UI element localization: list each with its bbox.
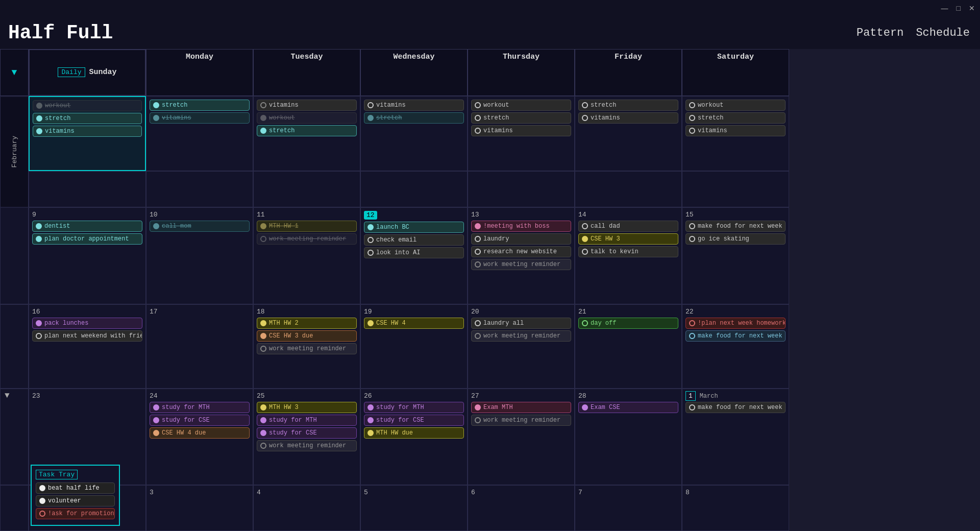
task-workout-daily[interactable]: workout: [33, 100, 142, 111]
task-workout-tue[interactable]: workout: [257, 112, 357, 124]
task-vitamins-wed[interactable]: vitamins: [364, 100, 464, 111]
task-cse-hw4-due[interactable]: CSE HW 4 due: [150, 427, 250, 439]
day-11-num: 11: [257, 211, 357, 219]
task-make-food-march[interactable]: make food for next week: [685, 402, 786, 413]
saturday-header: Saturday: [682, 49, 789, 96]
task-make-food-22[interactable]: make food for next week: [685, 330, 786, 342]
task-laundry-13[interactable]: laundry: [471, 233, 571, 245]
task-study-mth-25[interactable]: study for MTH: [257, 415, 357, 426]
task-tray-toggle[interactable]: ▼: [5, 391, 10, 400]
task-vitamins-fri[interactable]: vitamins: [578, 112, 678, 124]
task-research-website[interactable]: research new website: [471, 246, 571, 257]
day-16-num: 16: [32, 308, 142, 316]
thursday-empty: [468, 171, 575, 207]
task-study-cse-26[interactable]: study for CSE: [364, 415, 464, 426]
task-stretch-wed[interactable]: stretch: [364, 112, 464, 124]
task-check-email[interactable]: check email: [364, 234, 464, 246]
task-stretch-thu[interactable]: stretch: [471, 112, 571, 124]
day-15-num: 15: [685, 211, 786, 219]
task-vitamins-daily[interactable]: vitamins: [33, 126, 142, 137]
monday-header: Monday: [146, 49, 253, 96]
task-work-meeting-20[interactable]: work meeting reminder: [471, 330, 571, 342]
task-work-meeting-27[interactable]: work meeting reminder: [471, 415, 571, 426]
wednesday-empty: [360, 171, 468, 207]
day-16: 16 pack lunches plan next weekend with f…: [29, 304, 146, 389]
task-cse-hw3-due[interactable]: CSE HW 3 due: [257, 330, 357, 342]
task-stretch-fri[interactable]: stretch: [578, 100, 678, 111]
task-vitamins-sat[interactable]: vitamins: [685, 125, 786, 136]
task-mth-hw1[interactable]: MTH HW 1: [257, 221, 357, 232]
calendar: ▼ Daily Sunday Monday Tuesday Wednesday …: [0, 49, 980, 531]
task-mth-hw2[interactable]: MTH HW 2: [257, 318, 357, 329]
task-workout-sat[interactable]: workout: [685, 100, 786, 111]
dropdown-arrow-cell[interactable]: ▼: [0, 49, 29, 96]
task-exam-cse[interactable]: Exam CSE: [578, 402, 678, 413]
task-plan-next-week[interactable]: !plan next week homework: [685, 318, 786, 329]
task-tray-header: Task Tray: [36, 470, 115, 479]
task-meeting-boss[interactable]: !meeting with boss: [471, 221, 571, 232]
month-label: February: [0, 96, 29, 207]
task-exam-mth[interactable]: Exam MTH: [471, 402, 571, 413]
task-study-mth-24[interactable]: study for MTH: [150, 402, 250, 413]
task-plan-doctor[interactable]: plan doctor appointment: [32, 233, 142, 245]
task-workout-thu[interactable]: workout: [471, 100, 571, 111]
task-make-food-15[interactable]: make food for next week: [685, 221, 786, 232]
friday-w1: stretch vitamins: [575, 96, 682, 172]
monday-empty: [146, 171, 253, 207]
task-talk-kevin[interactable]: talk to kevin: [578, 246, 678, 257]
task-mth-hw-due[interactable]: MTH HW due: [364, 427, 464, 439]
thursday-w1: workout stretch vitamins: [468, 96, 575, 172]
day-10-num: 10: [150, 211, 250, 219]
wednesday-w1: vitamins stretch: [360, 96, 468, 172]
task-study-mth-26[interactable]: study for MTH: [364, 402, 464, 413]
task-study-cse-25[interactable]: study for CSE: [257, 427, 357, 439]
task-call-mom[interactable]: call mom: [150, 221, 250, 232]
app-title: Half Full: [8, 22, 113, 44]
monday-w1: stretch vitamins: [146, 96, 253, 172]
task-stretch-daily[interactable]: stretch: [33, 113, 142, 124]
task-work-meeting-11[interactable]: work meeting reminder: [257, 233, 357, 245]
task-look-into-ai[interactable]: look into AI: [364, 247, 464, 258]
day-28-num: 28: [578, 392, 678, 400]
minimize-button[interactable]: —: [941, 4, 948, 12]
task-stretch-mon[interactable]: stretch: [150, 100, 250, 111]
task-beat-half-life[interactable]: beat half life: [36, 482, 115, 485]
task-ice-skating[interactable]: go ice skating: [685, 233, 786, 245]
task-launch-bc[interactable]: launch BC: [364, 222, 464, 233]
task-tray: Task Tray beat half life volunteer !ask …: [31, 465, 120, 485]
task-study-cse-24[interactable]: study for CSE: [150, 415, 250, 426]
day-7-num: 7: [578, 489, 678, 496]
pattern-nav[interactable]: Pattern: [856, 27, 903, 39]
day-1-march: 1 March make food for next week: [682, 389, 789, 486]
task-laundry-all[interactable]: laundry all: [471, 318, 571, 329]
task-vitamins-mon[interactable]: vitamins: [150, 112, 250, 124]
task-vitamins-thu[interactable]: vitamins: [471, 125, 571, 136]
day-17-num: 17: [150, 308, 250, 316]
day-26-num: 26: [364, 392, 464, 400]
task-mth-hw3[interactable]: MTH HW 3: [257, 402, 357, 413]
task-stretch-tue[interactable]: stretch: [257, 125, 357, 136]
task-work-meeting-13[interactable]: work meeting reminder: [471, 259, 571, 270]
schedule-nav[interactable]: Schedule: [916, 27, 970, 39]
task-stretch-sat[interactable]: stretch: [685, 112, 786, 124]
task-call-dad[interactable]: call dad: [578, 221, 678, 232]
day-28: 28 Exam CSE: [575, 389, 682, 486]
day-3-num: 3: [150, 489, 250, 496]
task-cse-hw3-14[interactable]: CSE HW 3: [578, 233, 678, 245]
task-day-off[interactable]: day off: [578, 318, 678, 329]
task-work-meeting-25[interactable]: work meeting reminder: [257, 440, 357, 451]
task-cse-hw4[interactable]: CSE HW 4: [364, 318, 464, 329]
day-1-march-num: 1 March: [685, 392, 718, 400]
task-pack-lunches[interactable]: pack lunches: [32, 318, 142, 329]
day-14: 14 call dad CSE HW 3 talk to kevin: [575, 207, 682, 304]
friday-header: Friday: [575, 49, 682, 96]
close-button[interactable]: ✕: [969, 4, 975, 12]
task-dentist[interactable]: dentist: [32, 221, 142, 232]
task-work-meeting-18[interactable]: work meeting reminder: [257, 343, 357, 354]
task-vitamins-tue[interactable]: vitamins: [257, 100, 357, 111]
task-plan-weekend[interactable]: plan next weekend with friends: [32, 330, 142, 342]
tuesday-w1: vitamins workout stretch: [253, 96, 360, 172]
maximize-button[interactable]: □: [957, 4, 961, 12]
day-4-num: 4: [257, 489, 357, 496]
day-20: 20 laundry all work meeting reminder: [468, 304, 575, 389]
